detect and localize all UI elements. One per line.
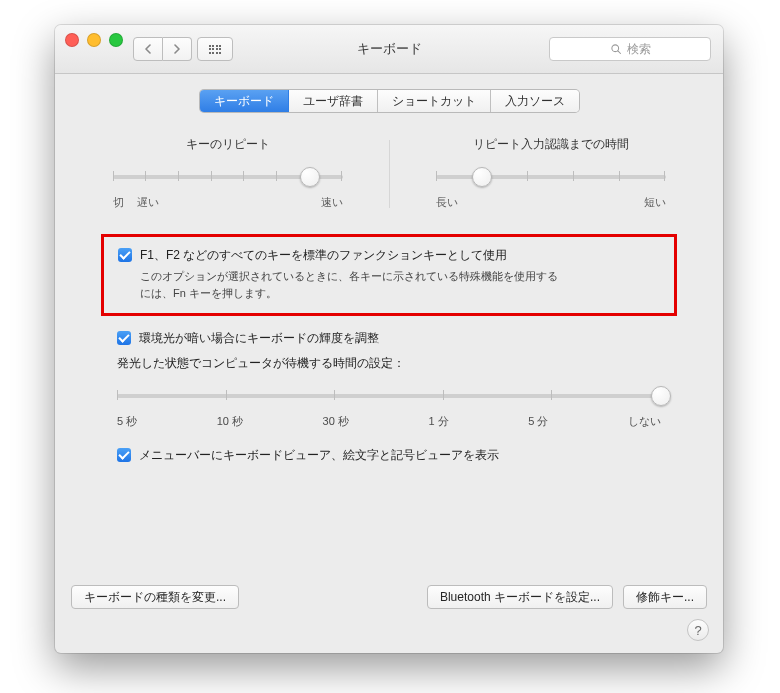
tab-keyboard[interactable]: キーボード	[200, 90, 289, 112]
delay-left-label: 長い	[436, 195, 458, 210]
svg-line-1	[617, 51, 620, 54]
menubar-label: メニューバーにキーボードビューア、絵文字と記号ビューアを表示	[139, 447, 499, 464]
change-keyboard-type-button[interactable]: キーボードの種類を変更...	[71, 585, 239, 609]
bluetooth-keyboard-button[interactable]: Bluetooth キーボードを設定...	[427, 585, 613, 609]
modifier-keys-button[interactable]: 修飾キー...	[623, 585, 707, 609]
tab-bar: キーボード ユーザ辞書 ショートカット 入力ソース	[55, 90, 723, 112]
idle-tick-3: 1 分	[428, 414, 448, 429]
fn-keys-desc: このオプションが選択されているときに、各キーに示されている特殊機能を使用するには…	[140, 268, 560, 301]
idle-tick-2: 30 秒	[323, 414, 349, 429]
idle-tick-4: 5 分	[528, 414, 548, 429]
vertical-divider	[389, 140, 390, 208]
bottom-button-row: キーボードの種類を変更... Bluetooth キーボードを設定... 修飾キ…	[71, 585, 707, 609]
delay-right-label: 短い	[644, 195, 666, 210]
key-repeat-block: キーのリピート 切 速い 遅い	[113, 136, 343, 210]
slider-knob-icon[interactable]	[651, 386, 671, 406]
segmented-control: キーボード ユーザ辞書 ショートカット 入力ソース	[200, 90, 579, 112]
key-repeat-left-label: 切	[113, 195, 124, 210]
search-input[interactable]: 検索	[549, 37, 711, 61]
search-placeholder: 検索	[627, 41, 651, 58]
search-icon	[610, 43, 622, 55]
key-repeat-right-label: 速い	[321, 195, 343, 210]
delay-block: リピート入力認識までの時間 長い 短い	[436, 136, 666, 210]
idle-label: 発光した状態でコンピュータが待機する時間の設定：	[117, 355, 661, 372]
tab-shortcuts[interactable]: ショートカット	[378, 90, 491, 112]
delay-slider[interactable]	[436, 165, 666, 191]
idle-slider-block: 5 秒 10 秒 30 秒 1 分 5 分 しない	[117, 384, 661, 429]
backlight-label: 環境光が暗い場合にキーボードの輝度を調整	[139, 330, 379, 347]
fn-keys-checkbox[interactable]	[118, 248, 132, 262]
idle-tick-1: 10 秒	[217, 414, 243, 429]
idle-slider[interactable]	[117, 384, 661, 410]
fn-keys-highlight: F1、F2 などのすべてのキーを標準のファンクションキーとして使用 このオプショ…	[101, 234, 677, 316]
idle-tick-5: しない	[628, 414, 661, 429]
titlebar: キーボード 検索	[55, 25, 723, 74]
tab-input-sources[interactable]: 入力ソース	[491, 90, 579, 112]
slider-knob-icon[interactable]	[300, 167, 320, 187]
help-button[interactable]: ?	[687, 619, 709, 641]
fn-keys-label: F1、F2 などのすべてのキーを標準のファンクションキーとして使用	[140, 247, 507, 264]
slider-knob-icon[interactable]	[472, 167, 492, 187]
key-repeat-title: キーのリピート	[113, 136, 343, 153]
content-area: キーのリピート 切 速い 遅い	[55, 112, 723, 464]
menubar-checkbox[interactable]	[117, 448, 131, 462]
sliders-row: キーのリピート 切 速い 遅い	[91, 136, 687, 210]
tab-user-dict[interactable]: ユーザ辞書	[289, 90, 378, 112]
delay-title: リピート入力認識までの時間	[436, 136, 666, 153]
help-icon: ?	[694, 623, 701, 638]
key-repeat-slow-label: 遅い	[137, 195, 159, 210]
idle-tick-0: 5 秒	[117, 414, 137, 429]
key-repeat-slider[interactable]	[113, 165, 343, 191]
preferences-window: キーボード 検索 キーボード ユーザ辞書 ショートカット 入力ソース	[55, 25, 723, 653]
backlight-checkbox[interactable]	[117, 331, 131, 345]
